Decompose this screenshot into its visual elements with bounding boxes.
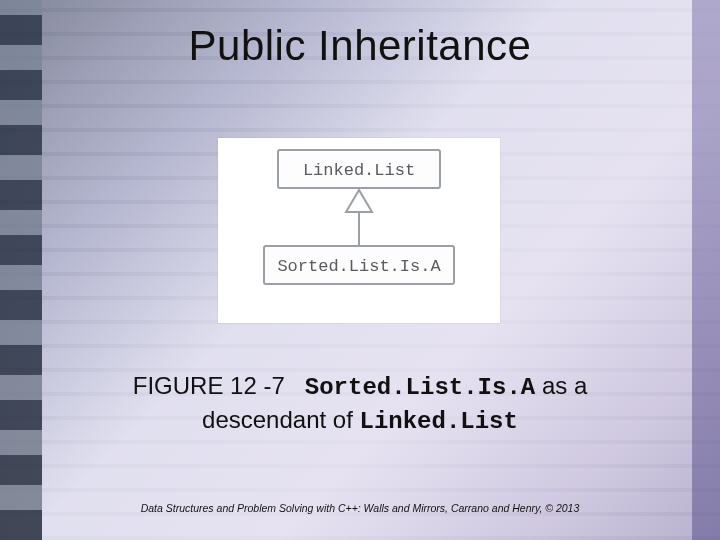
figure-label: FIGURE 12 -7: [133, 372, 285, 399]
caption-class-b: Linked.List: [360, 408, 518, 435]
slide: Public Inheritance Linked.List Sorted.Li…: [0, 0, 720, 540]
uml-diagram: Linked.List Sorted.List.Is.A: [218, 138, 500, 323]
caption-line2-prefix: descendant of: [202, 406, 359, 433]
parent-node: Linked.List: [278, 150, 440, 188]
caption-mid-1: as a: [542, 372, 587, 399]
uml-svg: Linked.List Sorted.List.Is.A: [218, 138, 500, 323]
bg-column-right: [692, 0, 720, 540]
figure-caption: FIGURE 12 -7 Sorted.List.Is.A as a desce…: [0, 370, 720, 439]
bg-column-left: [0, 0, 42, 540]
child-node-label: Sorted.List.Is.A: [277, 257, 441, 276]
caption-class-a: Sorted.List.Is.A: [305, 374, 535, 401]
parent-node-label: Linked.List: [303, 161, 415, 180]
child-node: Sorted.List.Is.A: [264, 246, 454, 284]
slide-footer: Data Structures and Problem Solving with…: [0, 502, 720, 514]
slide-title: Public Inheritance: [0, 22, 720, 70]
